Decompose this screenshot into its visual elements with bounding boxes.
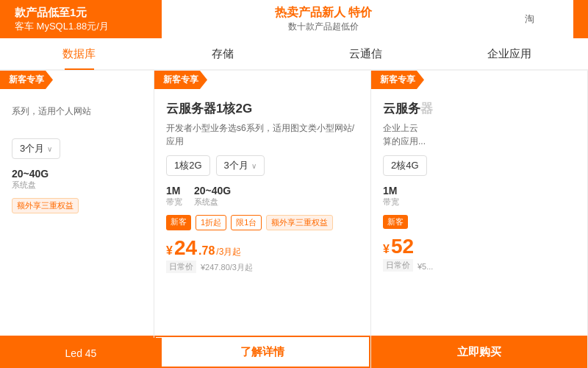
tab-cloud-comms[interactable]: 云通信 [294,38,437,70]
nav-tabs: 数据库 存储 云通信 企业应用 [0,38,588,71]
selectors-middle: 1核2G 3个月 ∨ [166,155,359,176]
banner-center: 热卖产品新人 特价 数十款产品超低价 [162,0,485,38]
card-title-right: 云服务器 [383,100,576,117]
tab-storage[interactable]: 存储 [151,38,294,70]
card-body-middle: 云服务器1核2G 开发者小型业务选s6系列，适用图文类小型网站/应用 1核2G … [154,71,370,336]
card-footer-middle: 了解详情 [154,336,370,368]
price-section-right: ¥ 52 日常价 ¥5... [383,236,576,272]
original-price-middle: 日常价 ¥247.80/3月起 [166,261,359,273]
chevron-icon-middle: ∨ [251,162,257,170]
bottom-bar: Led 45 [0,338,162,368]
tag-limit-middle: 限1台 [231,215,262,230]
new-badge-left: 新客专享 [0,71,53,89]
card-body-left: 系列，适用个人网站 3个月 ∨ 20~40G 系统盘 额外享三重权益 [0,71,154,336]
new-badge-right: 新客专享 [371,71,424,89]
specs-middle: 1M 带宽 20~40G 系统盘 [166,185,359,208]
selectors-right: 2核4G [383,155,576,176]
selector-period-middle[interactable]: 3个月 ∨ [216,155,265,176]
buy-button-right[interactable]: 立即购买 [371,336,587,368]
card-middle: 新客专享 云服务器1核2G 开发者小型业务选s6系列，适用图文类小型网站/应用 … [154,71,371,368]
card-desc-left: 系列，适用个人网站 [12,105,142,131]
card-right: 新客专享 云服务器 企业上云算的应用... 2核4G 1M 带宽 新客 ¥ [371,71,588,368]
banner-sub: 客车 MySQL1.88元/月 [15,20,162,33]
original-price-right: 日常价 ¥5... [383,259,576,272]
spec-bandwidth-right: 1M 带宽 [383,185,399,208]
detail-button-middle[interactable]: 了解详情 [154,336,370,368]
tag-benefit-middle: 额外享三重权益 [266,215,333,230]
tag-new-middle: 新客 [166,215,191,230]
selector-spec-right[interactable]: 2核4G [383,155,427,176]
new-badge-middle: 新客专享 [154,71,207,89]
banner-title: 款产品低至1元 [15,4,162,20]
banner-hot-title: 热卖产品新人 特价 [162,5,485,21]
tab-database[interactable]: 数据库 [7,38,151,70]
tag-benefit-left: 额外享三重权益 [12,198,79,213]
price-section-middle: ¥ 24 .78 /3月起 日常价 ¥247.80/3月起 [166,238,359,273]
banner-left: 款产品低至1元 客车 MySQL1.88元/月 [15,4,162,33]
chevron-icon-left: ∨ [47,145,52,153]
tags-left: 额外享三重权益 [12,198,142,213]
spec-disk-left: 20~40G 系统盘 [12,168,49,191]
cards-area: 新客专享 系列，适用个人网站 3个月 ∨ 20~40G 系统盘 额外享三重权益 [0,71,588,368]
card-title-middle: 云服务器1核2G [166,100,359,117]
spec-disk-middle: 20~40G 系统盘 [194,185,231,208]
price-main-right: ¥ 52 [383,236,576,257]
banner-accent: 特价 [348,6,372,18]
specs-right: 1M 带宽 [383,185,576,208]
tags-middle: 新客 1折起 限1台 额外享三重权益 [166,215,359,230]
card-desc-middle: 开发者小型业务选s6系列，适用图文类小型网站/应用 [166,121,359,148]
card-footer-right: 立即购买 [371,336,587,368]
bottom-bar-text: Led 45 [65,347,97,359]
tag-new-right: 新客 [383,215,408,229]
specs-left: 20~40G 系统盘 [12,168,142,191]
tag-discount-middle: 1折起 [196,215,226,230]
selector-spec-middle[interactable]: 1核2G [166,155,210,176]
selectors-left: 3个月 ∨ [12,138,142,159]
banner-right-text: 淘 [525,13,534,26]
card-left: 新客专享 系列，适用个人网站 3个月 ∨ 20~40G 系统盘 额外享三重权益 [0,71,154,368]
spec-bandwidth-middle: 1M 带宽 [166,185,182,208]
tab-enterprise[interactable]: 企业应用 [437,38,581,70]
banner-hot-text: 热卖产品新人 [275,6,348,18]
banner-right: 淘 [485,0,573,38]
card-desc-right: 企业上云算的应用... [383,121,576,148]
price-main-middle: ¥ 24 .78 /3月起 [166,238,359,258]
selector-period-left[interactable]: 3个月 ∨ [12,138,60,159]
top-banner: 款产品低至1元 客车 MySQL1.88元/月 热卖产品新人 特价 数十款产品超… [0,0,588,38]
card-body-right: 云服务器 企业上云算的应用... 2核4G 1M 带宽 新客 ¥ 52 [371,71,587,336]
banner-sub-center: 数十款产品超低价 [162,21,485,33]
tags-right: 新客 [383,215,576,229]
